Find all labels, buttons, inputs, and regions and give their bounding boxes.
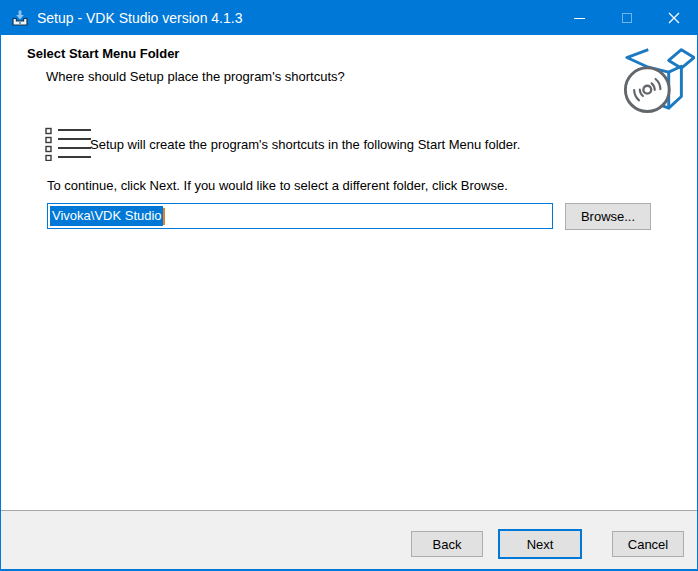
text-caret — [163, 208, 165, 225]
close-button[interactable] — [650, 1, 697, 35]
setup-wizard-window: Setup - VDK Studio version 4.1.3 Select … — [0, 0, 698, 571]
minimize-button[interactable] — [556, 1, 603, 35]
folder-input-value: Vivoka\VDK Studio — [50, 206, 163, 226]
maximize-icon — [622, 13, 632, 23]
browse-button[interactable]: Browse... — [565, 203, 651, 230]
window-title: Setup - VDK Studio version 4.1.3 — [37, 10, 242, 26]
back-button[interactable]: Back — [411, 531, 483, 557]
page-subtitle: Where should Setup place the program's s… — [46, 69, 345, 84]
titlebar[interactable]: Setup - VDK Studio version 4.1.3 — [1, 1, 697, 35]
minimize-icon — [574, 18, 585, 19]
software-box-disc-icon — [621, 40, 695, 114]
setup-app-icon — [10, 8, 30, 28]
start-menu-list-icon — [45, 127, 93, 161]
folder-input[interactable]: Vivoka\VDK Studio — [47, 203, 553, 229]
page-title: Select Start Menu Folder — [27, 46, 179, 61]
instruction-text: To continue, click Next. If you would li… — [47, 178, 508, 193]
cancel-button[interactable]: Cancel — [612, 531, 684, 557]
footer-bar — [1, 510, 697, 569]
next-button[interactable]: Next — [498, 529, 582, 559]
info-text: Setup will create the program's shortcut… — [90, 137, 520, 152]
close-icon — [668, 12, 680, 24]
caption-buttons — [556, 1, 697, 35]
maximize-button — [603, 1, 650, 35]
